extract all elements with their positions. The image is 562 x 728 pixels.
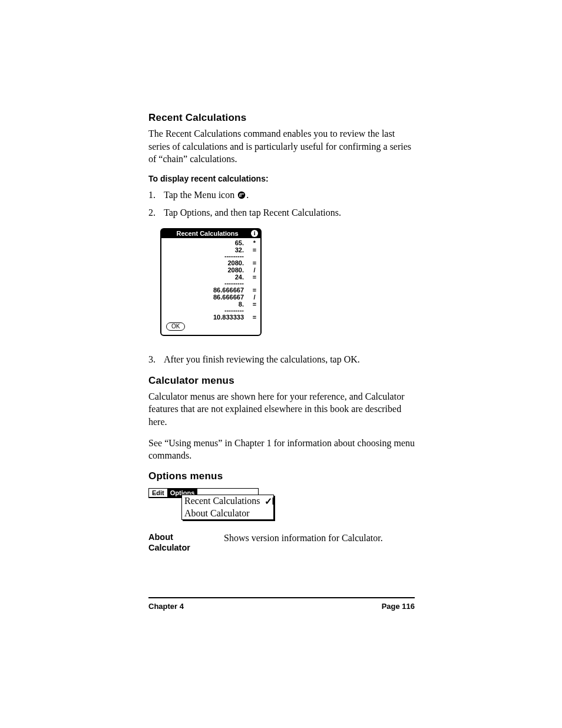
step-number: 3. <box>148 353 158 367</box>
info-icon[interactable]: i <box>251 230 258 237</box>
step-2-text: Tap Options, and then tap Recent Calcula… <box>164 206 341 220</box>
paragraph-menus-2: See “Using menus” in Chapter 1 for infor… <box>148 437 415 462</box>
dialog-title: Recent Calculations <box>176 230 238 237</box>
footer-chapter: Chapter 4 <box>148 602 184 611</box>
paragraph-recent-intro: The Recent Calculations command enables … <box>148 127 415 166</box>
checkmark-icon: ✓I <box>265 496 273 507</box>
options-dropdown: Recent Calculations ✓I About Calculator <box>181 495 274 520</box>
recent-calculations-dialog: Recent Calculations i 65.* 32.= --------… <box>160 228 262 336</box>
svg-rect-4 <box>240 195 241 196</box>
svg-rect-5 <box>240 196 241 197</box>
subhead-display-recent: To display recent calculations: <box>148 174 415 183</box>
ok-button[interactable]: OK <box>166 322 185 331</box>
step-3-text: After you finish reviewing the calculati… <box>164 353 360 367</box>
step-number: 1. <box>148 188 158 203</box>
heading-recent-calculations: Recent Calculations <box>148 112 415 124</box>
dialog-body: 65.* 32.= --------- 2080.= 2080./ 24.= -… <box>161 238 260 335</box>
paragraph-menus-1: Calculator menus are shown here for your… <box>148 390 415 429</box>
desc-about-calculator: Shows version information for Calculator… <box>224 532 415 545</box>
svg-rect-3 <box>240 195 241 195</box>
menu-icon <box>237 189 246 203</box>
heading-calculator-menus: Calculator menus <box>148 375 415 387</box>
step-number: 2. <box>148 206 158 220</box>
term-about-calculator: About Calculator <box>148 532 199 553</box>
footer-page: Page 116 <box>382 602 415 611</box>
menu-item-recent-calculations[interactable]: Recent Calculations ✓I <box>182 495 273 508</box>
menu-item-about-calculator[interactable]: About Calculator <box>182 508 273 519</box>
svg-rect-1 <box>240 193 244 194</box>
footer-rule <box>148 597 415 598</box>
menu-edit[interactable]: Edit <box>149 489 167 497</box>
heading-options-menus: Options menus <box>148 470 415 482</box>
step-1-text: Tap the Menu icon . <box>164 188 249 203</box>
svg-point-0 <box>238 192 245 199</box>
